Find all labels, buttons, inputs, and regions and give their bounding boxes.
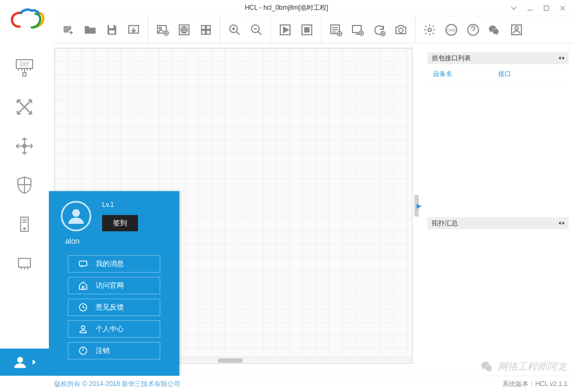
close-icon[interactable] [555,1,571,15]
save-icon[interactable] [102,20,122,40]
toolbar: CMD [0,16,573,43]
svg-point-40 [72,209,80,217]
minimize-icon[interactable] [522,1,538,15]
menu-item-profile[interactable]: 个人中心 [68,320,160,338]
cmd-icon[interactable]: CMD [442,20,461,40]
topo-panel-body [427,229,569,359]
copyright: 版权所有 © 2014-2018 新华三技术有限公司 [54,380,180,389]
capture-panel-body [427,83,569,213]
zoom-out-icon[interactable] [247,20,266,40]
svg-rect-42 [83,287,84,289]
camera-icon[interactable] [391,20,411,40]
title-bar: HCL - hcl_0bmj8m[临时工程] [0,0,573,16]
collapse-icon[interactable] [559,220,564,226]
topo-panel-header[interactable]: 拓扑汇总 [427,217,569,229]
svg-point-7 [159,27,161,29]
user-level: Lv.1 [102,201,138,208]
svg-rect-19 [305,28,309,32]
menu-item-messages[interactable]: 我的消息 [68,255,160,273]
window-title: HCL - hcl_0bmj8m[临时工程] [245,3,329,12]
svg-point-37 [24,228,26,230]
diy-switch-icon[interactable]: DIY [11,54,38,81]
help-icon[interactable] [463,20,483,40]
refresh-add-icon[interactable] [369,20,389,40]
svg-point-39 [17,357,23,363]
svg-rect-3 [109,25,114,28]
splitter-handle[interactable]: ▶ [413,48,420,364]
move-icon[interactable] [11,132,38,160]
menu-item-website[interactable]: 访问官网 [68,277,160,294]
new-file-icon[interactable] [59,20,78,40]
svg-point-31 [515,27,518,30]
footer: 版权所有 © 2014-2018 新华三技术有限公司 系统版本：HCL v2.1… [49,376,573,392]
menu-item-feedback[interactable]: 意见反馈 [68,299,160,316]
svg-rect-11 [202,26,205,29]
svg-text:HCL: HCL [20,17,35,26]
svg-point-44 [81,326,85,329]
collapse-icon[interactable] [559,55,564,61]
wechat-icon[interactable] [485,20,505,40]
svg-rect-34 [23,73,26,76]
stop-icon[interactable] [297,20,317,40]
capture-col-device[interactable]: 设备名 [433,69,498,79]
username: alon [49,236,179,253]
svg-point-26 [428,28,431,31]
list-add-icon[interactable] [326,20,345,40]
export-icon[interactable] [124,20,143,40]
image-add-icon[interactable] [153,20,172,40]
svg-text:DIY: DIY [20,61,29,67]
menu-item-logout[interactable]: 注销 [68,342,160,359]
user-info-icon[interactable] [507,20,526,40]
svg-rect-12 [206,26,210,29]
topo-panel-title: 拓扑汇总 [432,219,458,228]
port-icon[interactable] [11,250,38,277]
svg-rect-38 [18,258,30,267]
svg-rect-13 [202,30,205,34]
user-popup: Lv.1 签到 alon 我的消息 访问官网 意见反馈 个人中心 注销 [49,191,179,376]
dropdown-icon[interactable] [506,1,522,15]
left-sidebar: DIY [0,43,49,376]
version-label: 系统版本：HCL v2.1.1 [502,380,568,389]
svg-rect-41 [79,261,87,266]
svg-rect-4 [109,30,115,34]
maximize-icon[interactable] [538,1,555,15]
svg-text:CMD: CMD [447,28,456,32]
open-file-icon[interactable] [80,20,100,40]
right-panels: 抓包接口列表 设备名 接口 拓扑汇总 [427,52,569,364]
screen-add-icon[interactable] [348,20,367,40]
zoom-in-icon[interactable] [225,20,244,40]
gear-icon[interactable] [420,20,439,40]
grid-icon[interactable] [196,20,216,40]
svg-rect-14 [206,30,210,34]
svg-point-25 [399,28,403,33]
capture-panel-title: 抓包接口列表 [432,54,471,63]
svg-rect-1 [544,5,549,10]
play-icon[interactable] [275,20,295,40]
arrows-cross-icon[interactable] [11,93,38,121]
capture-col-interface[interactable]: 接口 [498,69,563,79]
signin-button[interactable]: 签到 [102,215,138,231]
capture-panel-header[interactable]: 抓包接口列表 [427,52,569,64]
globe-icon[interactable] [174,20,194,40]
user-badge[interactable] [0,349,49,376]
app-logo: HCL [0,0,54,43]
shield-icon[interactable] [11,172,38,199]
server-icon[interactable] [11,211,38,238]
avatar [61,201,91,231]
svg-point-35 [23,144,26,148]
